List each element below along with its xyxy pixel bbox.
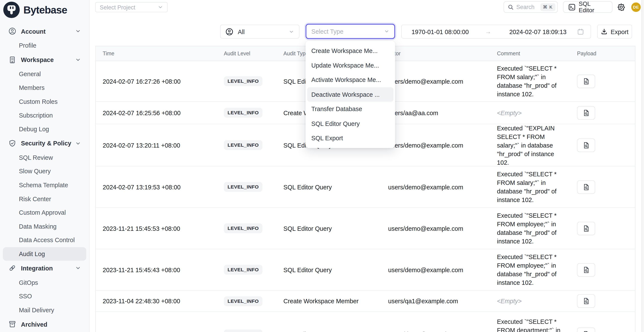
audit-level-badge: LEVEL_INFO xyxy=(224,140,262,150)
export-button[interactable]: Export xyxy=(597,25,632,39)
row-time: 2023-11-04 22:48:30 +08:00 xyxy=(96,291,219,312)
sidebar-item-debug-log[interactable]: Debug Log xyxy=(0,122,89,136)
column-header-comment: Comment xyxy=(492,46,574,61)
sidebar-nav: Account Profile Workspace General Member… xyxy=(0,24,89,332)
file-search-icon xyxy=(582,109,590,116)
row-actor: users/qa1@example.com xyxy=(383,291,492,312)
payload-view-button[interactable] xyxy=(577,263,595,276)
payload-view-button[interactable] xyxy=(577,180,595,194)
row-audit-type: SQL Editor Query xyxy=(278,166,383,207)
bytebase-logo[interactable]: Bytebase xyxy=(3,2,67,18)
sidebar-item-risk-center[interactable]: Risk Center xyxy=(0,192,89,206)
row-comment: Executed `"SELECT * FROM department;"` i… xyxy=(492,312,574,332)
payload-view-button[interactable] xyxy=(577,74,595,88)
type-filter-select[interactable]: Select Type xyxy=(306,24,395,39)
table-row: 2023-11-21 15:45:53 +08:00 LEVEL_INFO SQ… xyxy=(96,208,635,249)
audit-level-badge: LEVEL_INFO xyxy=(224,296,262,306)
sidebar-item-profile[interactable]: Profile xyxy=(0,39,89,52)
row-time: 2023-11-21 15:45:43 +08:00 xyxy=(96,249,219,290)
dropdown-item[interactable]: Activate Workspace Me... xyxy=(307,72,394,87)
type-filter-dropdown: Create Workspace Me... Update Workspace … xyxy=(306,41,395,148)
sidebar-item-schema-template[interactable]: Schema Template xyxy=(0,178,89,192)
sql-editor-button[interactable]: SQL Editor xyxy=(563,1,612,13)
sidebar-item-mail-delivery[interactable]: Mail Delivery xyxy=(0,303,89,317)
row-time: 2023-11-21 15:45:53 +08:00 xyxy=(96,208,219,249)
sidebar-section-account[interactable]: Account xyxy=(0,24,89,39)
avatar-initials: DE xyxy=(633,5,639,9)
row-comment: <Empty> xyxy=(492,291,574,312)
payload-view-button[interactable] xyxy=(577,294,595,308)
search-input[interactable]: Search ⌘ K xyxy=(504,1,558,13)
payload-view-button[interactable] xyxy=(577,138,595,152)
row-actor: users/demo@example.com xyxy=(383,249,492,290)
sql-editor-label: SQL Editor xyxy=(579,0,607,13)
dropdown-item[interactable]: SQL Export xyxy=(307,131,394,146)
row-actor: users/demo@example.com xyxy=(383,124,492,166)
dropdown-item[interactable]: Transfer Database xyxy=(307,102,394,116)
payload-view-button[interactable] xyxy=(577,328,595,332)
shield-check-icon xyxy=(8,139,16,147)
sidebar-item-general[interactable]: General xyxy=(0,67,89,81)
row-actor: users/demo@example.com xyxy=(383,208,492,249)
sidebar-item-custom-approval[interactable]: Custom Approval xyxy=(0,206,89,219)
audit-level-badge: LEVEL_INFO xyxy=(224,330,262,332)
payload-view-button[interactable] xyxy=(577,106,595,120)
file-search-icon xyxy=(582,225,590,232)
sidebar-item-custom-roles[interactable]: Custom Roles xyxy=(0,95,89,108)
row-comment: Executed `"SELECT * FROM employee;"` in … xyxy=(492,208,574,249)
sidebar-section-workspace[interactable]: Workspace xyxy=(0,52,89,67)
sidebar-item-sql-review[interactable]: SQL Review xyxy=(0,151,89,164)
actor-filter-value: All xyxy=(238,28,245,35)
sidebar-item-sso[interactable]: SSO xyxy=(0,289,89,303)
search-shortcut-badge: ⌘ K xyxy=(540,3,555,11)
dropdown-item[interactable]: Deactivate Workspace ... xyxy=(307,87,394,102)
chevron-down-icon xyxy=(75,141,81,146)
search-icon xyxy=(508,4,514,10)
column-header-audit-level: Audit Level xyxy=(219,46,278,61)
logo-text: Bytebase xyxy=(24,4,67,16)
dropdown-item[interactable]: Update Workspace Me... xyxy=(307,58,394,72)
gear-icon[interactable] xyxy=(617,3,626,11)
terminal-icon xyxy=(568,3,576,10)
chevron-down-icon xyxy=(75,265,81,271)
sidebar-section-archived[interactable]: Archived xyxy=(0,317,89,332)
sidebar-section-security-policy[interactable]: Security & Policy xyxy=(0,136,89,151)
dropdown-item[interactable]: SQL Editor Query xyxy=(307,116,394,131)
row-comment: Executed `"SELECT * FROM salary;"` in da… xyxy=(492,61,574,101)
actor-filter-select[interactable]: All xyxy=(220,25,300,39)
dropdown-item[interactable]: Create Workspace Me... xyxy=(307,43,394,58)
row-actor: users/demo@example.com xyxy=(383,61,492,101)
sidebar-section-integration[interactable]: Integration xyxy=(0,261,89,276)
row-comment: Executed `"SELECT * FROM salary;"` in da… xyxy=(492,166,574,207)
file-search-icon xyxy=(582,183,590,190)
sidebar-item-subscription[interactable]: Subscription xyxy=(0,108,89,122)
row-comment: <Empty> xyxy=(492,102,574,124)
row-audit-type: SQL Editor Query xyxy=(278,208,383,249)
row-audit-type: Create Workspace Member xyxy=(278,291,383,312)
payload-view-button[interactable] xyxy=(577,222,595,235)
audit-level-badge: LEVEL_INFO xyxy=(224,182,262,192)
sidebar-item-audit-log[interactable]: Audit Log xyxy=(3,247,86,261)
sidebar-item-slow-query[interactable]: Slow Query xyxy=(0,165,89,178)
sidebar-item-gitops[interactable]: GitOps xyxy=(0,276,89,289)
project-select[interactable]: Select Project xyxy=(96,2,168,12)
download-icon xyxy=(601,28,608,35)
user-avatar[interactable]: DE xyxy=(631,2,641,12)
table-row: 2023-11-04 22:48:30 +08:00 LEVEL_INFO Cr… xyxy=(96,291,635,312)
sidebar-item-data-access-control[interactable]: Data Access Control xyxy=(0,233,89,247)
row-time: 2024-02-07 13:19:53 +08:00 xyxy=(96,166,219,207)
chevron-down-icon xyxy=(75,28,81,34)
row-time: 2024-02-07 16:27:26 +08:00 xyxy=(96,61,219,101)
chevron-down-icon xyxy=(289,29,294,34)
table-row: 2024-02-07 13:19:53 +08:00 LEVEL_INFO SQ… xyxy=(96,166,635,208)
table-row: 2023-11-21 15:45:43 +08:00 LEVEL_INFO SQ… xyxy=(96,249,635,291)
sidebar-item-members[interactable]: Members xyxy=(0,81,89,95)
project-select-placeholder: Select Project xyxy=(100,4,135,10)
column-header-actor: Actor xyxy=(383,46,492,61)
chevron-down-icon xyxy=(158,4,163,10)
date-range-picker[interactable]: 1970-01-01 08:00:00 → 2024-02-07 18:09:1… xyxy=(401,25,591,39)
audit-level-badge: LEVEL_INFO xyxy=(224,265,262,275)
person-circle-icon xyxy=(226,28,233,35)
sidebar-item-data-masking[interactable]: Data Masking xyxy=(0,219,89,233)
vertical-scrollbar[interactable] xyxy=(642,0,644,332)
